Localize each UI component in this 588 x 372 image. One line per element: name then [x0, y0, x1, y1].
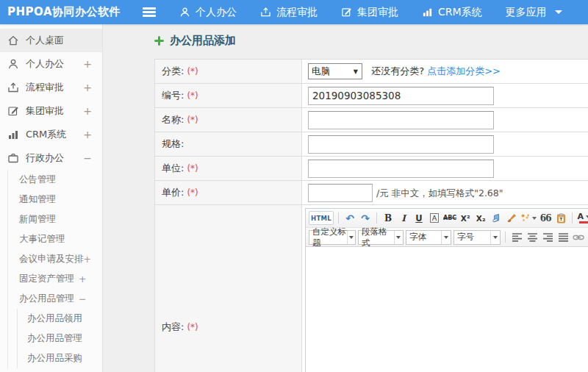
expand-toggle[interactable]: +: [84, 254, 91, 265]
page-title: 办公用品添加: [154, 34, 588, 48]
nav-crm-system[interactable]: CRM系统: [422, 6, 482, 19]
underline-button[interactable]: U: [412, 211, 426, 225]
nav-process-approval[interactable]: 流程审批: [260, 6, 318, 19]
align-justify-icon[interactable]: [556, 230, 570, 244]
spec-input[interactable]: [308, 135, 494, 154]
autotypeset-icon[interactable]: [520, 211, 537, 225]
sidebar-item-personal-desktop[interactable]: 个人桌面: [0, 29, 102, 52]
process-icon: [7, 82, 19, 93]
category-hint: 还没有分类? 点击添加分类>>: [371, 65, 501, 76]
sidebar-subitem-notice[interactable]: 通知管理: [8, 190, 102, 210]
office-supplies-submenu: 办公用品领用 办公用品管理 办公用品采购: [17, 309, 102, 368]
sidebar-subitem-announcement[interactable]: 公告管理: [8, 170, 102, 190]
sidebar-item-label: CRM系统: [26, 128, 83, 141]
superscript-button[interactable]: X²: [459, 211, 472, 225]
expand-toggle[interactable]: +: [83, 129, 92, 140]
blockquote-button[interactable]: 66: [539, 211, 552, 225]
sidebar-subitem-news[interactable]: 新闻管理: [8, 210, 102, 229]
name-input[interactable]: [308, 111, 494, 129]
paragraph-format-select[interactable]: 段落格式: [358, 230, 404, 245]
align-left-icon[interactable]: [510, 230, 523, 244]
sidebar-item-crm[interactable]: CRM系统 +: [0, 123, 102, 146]
form-row-content: 内容:(*) HTML ↶ ↷ B I U: [155, 205, 588, 372]
sidebar-subitem-supplies-management[interactable]: 办公用品管理: [18, 329, 102, 348]
supplies-add-form: 分类:(*) 电脑 ▼ 还没有分类? 点击添加分类>> 编号:(*): [154, 59, 588, 372]
html-source-button[interactable]: HTML: [309, 211, 334, 225]
collapse-toggle[interactable]: −: [79, 293, 86, 304]
required-mark: (*): [187, 115, 198, 125]
nav-group-approval[interactable]: 集团审批: [341, 6, 398, 19]
briefcase-icon: [7, 152, 19, 164]
font-size-select[interactable]: 字号: [453, 230, 501, 245]
expand-toggle[interactable]: +: [83, 105, 92, 117]
unit-input[interactable]: [308, 160, 494, 178]
expand-toggle[interactable]: +: [83, 58, 92, 70]
select-arrow-icon: [394, 231, 403, 244]
sidebar-subitem-memorabilia[interactable]: 大事记管理: [8, 229, 102, 249]
color-swatch: [579, 221, 588, 223]
select-arrow-icon: [441, 231, 451, 244]
sidebar-subitem-meeting[interactable]: 会议申请及安排+: [8, 249, 102, 269]
category-select[interactable]: 电脑 ▼: [308, 63, 362, 79]
font-border-button[interactable]: A: [428, 211, 441, 225]
undo-icon[interactable]: ↶: [343, 211, 356, 225]
nav-more-apps[interactable]: 更多应用: [506, 6, 562, 19]
format-brush-icon[interactable]: [505, 211, 518, 225]
redo-icon[interactable]: ↷: [359, 211, 372, 225]
align-right-icon[interactable]: [541, 230, 554, 244]
required-mark: (*): [187, 163, 198, 174]
nav-personal-office[interactable]: 个人办公: [179, 6, 237, 19]
top-navigation: 个人办公 流程审批 集团审批 CRM系统 更多应用: [179, 6, 562, 19]
custom-title-select[interactable]: 自定义标题: [309, 230, 356, 245]
dropdown-caret-icon: [532, 217, 537, 220]
collapse-toggle[interactable]: −: [83, 152, 92, 164]
content-label: 内容:(*): [155, 205, 302, 372]
main-content: 办公用品添加 分类:(*) 电脑 ▼ 还没有分类? 点击添加分类>> 编号:(*…: [103, 24, 588, 372]
rich-text-editor: HTML ↶ ↷ B I U A ABC X² X₂: [305, 208, 588, 372]
required-mark: (*): [187, 66, 198, 76]
italic-button[interactable]: I: [397, 211, 410, 225]
form-row-category: 分类:(*) 电脑 ▼ 还没有分类? 点击添加分类>>: [155, 60, 588, 84]
nav-label: 更多应用: [506, 6, 547, 19]
sidebar-subitem-supplies-purchase[interactable]: 办公用品采购: [18, 348, 102, 368]
align-center-icon[interactable]: [526, 230, 539, 244]
app-title: PHPOA协同办公软件: [0, 5, 132, 19]
sidebar-subitem-supplies-requisition[interactable]: 办公用品领用: [18, 309, 102, 329]
expand-toggle[interactable]: +: [79, 273, 86, 285]
form-row-name: 名称:(*): [155, 108, 588, 132]
menu-toggle-icon[interactable]: [143, 6, 156, 19]
sidebar-item-personal-office[interactable]: 个人办公 +: [0, 52, 102, 76]
sidebar-subitem-fixed-assets[interactable]: 固定资产管理+: [8, 269, 102, 289]
bold-button[interactable]: B: [381, 211, 395, 225]
home-icon: [7, 35, 19, 46]
font-family-select[interactable]: 字体: [406, 230, 451, 245]
form-row-price: 单价:(*) /元 非中文，如填写格式"2.68": [155, 181, 588, 205]
price-input[interactable]: [308, 184, 373, 202]
required-mark: (*): [187, 187, 198, 198]
nav-label: 个人办公: [196, 6, 237, 19]
font-color-button[interactable]: A: [577, 211, 588, 225]
user-icon: [7, 58, 19, 70]
required-mark: (*): [187, 90, 198, 101]
editor-content-area[interactable]: [306, 247, 588, 372]
select-arrow-icon: ▼: [354, 68, 358, 75]
sidebar-item-label: 行政办公: [26, 151, 83, 165]
code-input[interactable]: [308, 87, 494, 105]
paste-text-icon[interactable]: T: [554, 211, 567, 225]
add-category-link[interactable]: 点击添加分类>>: [427, 65, 501, 76]
strikethrough-button[interactable]: ABC: [443, 211, 456, 225]
form-row-unit: 单位:(*): [155, 157, 588, 181]
sidebar-subitem-office-supplies[interactable]: 办公用品管理−: [8, 289, 102, 309]
nav-label: CRM系统: [438, 6, 482, 19]
edit-icon: [7, 105, 19, 117]
expand-toggle[interactable]: +: [83, 82, 92, 93]
sidebar-item-process-approval[interactable]: 流程审批 +: [0, 76, 102, 99]
select-arrow-icon: [490, 231, 500, 244]
link-icon[interactable]: [572, 230, 585, 244]
editor-toolbar-row1: HTML ↶ ↷ B I U A ABC X² X₂: [306, 209, 588, 228]
sidebar-item-group-approval[interactable]: 集团审批 +: [0, 99, 102, 123]
spec-label: 规格:: [155, 132, 302, 157]
subscript-button[interactable]: X₂: [474, 211, 487, 225]
sidebar-item-admin-office[interactable]: 行政办公 −: [0, 146, 102, 170]
eraser-icon[interactable]: [490, 211, 503, 225]
